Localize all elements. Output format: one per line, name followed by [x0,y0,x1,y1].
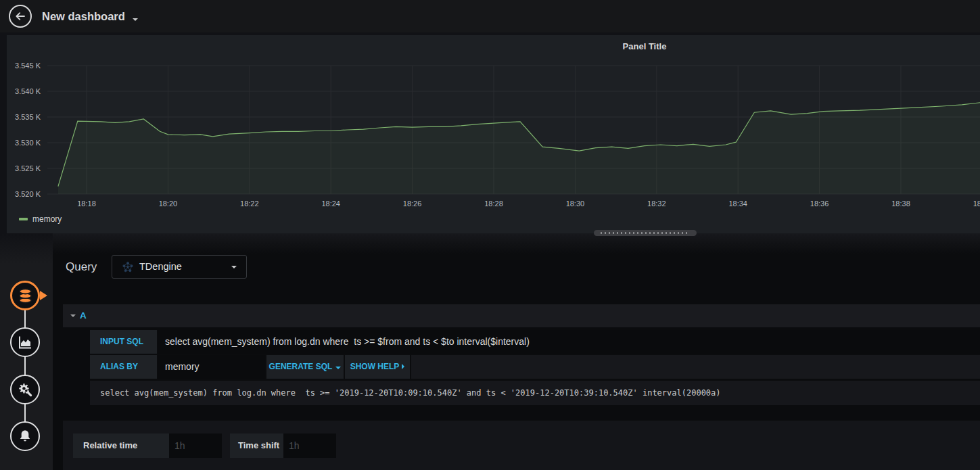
row-filler [411,355,980,379]
legend-item-memory[interactable]: memory [19,214,62,224]
alias-by-row: ALIAS BY memory GENERATE SQL SHOW HELP [90,355,980,379]
y-tick-label: 3.535 K [7,113,41,121]
chevron-right-icon [402,364,404,369]
resize-handle[interactable] [594,230,697,236]
generate-sql-button[interactable]: GENERATE SQL [266,355,344,379]
tab-visualization[interactable] [10,327,40,357]
time-series-chart[interactable] [47,61,980,199]
panel-edit-section: Query TDengine A INPUT SQL select avg(me… [0,233,980,470]
chevron-down-icon [231,266,237,268]
tdengine-logo-icon [122,261,134,273]
tab-connector-line [24,296,26,436]
tab-queries[interactable] [10,281,40,310]
query-ref-id: A [80,304,87,327]
x-tick-label: 18:40 [962,199,980,208]
legend-label: memory [32,214,62,224]
input-sql-label: INPUT SQL [90,330,157,354]
area-chart-icon [17,334,33,350]
generated-sql-row: select avg(mem_system) from log.dn where… [90,381,980,405]
tab-general[interactable] [10,375,40,404]
alias-by-field[interactable]: memory [158,355,265,379]
datasource-name: TDengine [139,256,182,278]
dashboard-canvas: Panel Title 18:1818:2018:2218:2418:2618:… [0,32,980,233]
active-tab-pointer [40,291,47,300]
x-tick-label: 18:22 [229,199,270,208]
gear-wrench-icon [17,381,34,398]
chevron-down-icon[interactable] [133,18,138,21]
x-tick-label: 18:38 [881,199,921,208]
x-axis: 18:1818:2018:2218:2418:2618:2818:3018:32… [7,199,980,210]
y-tick-label: 3.545 K [7,62,41,70]
x-tick-label: 18:26 [392,199,433,208]
graph-panel: Panel Title 18:1818:2018:2218:2418:2618:… [7,35,980,233]
query-options-panel: Relative time 1h Time shift 1h [63,421,980,470]
relative-time-label: Relative time [73,433,169,458]
resize-handle-dots [601,232,690,234]
y-tick-label: 3.540 K [7,87,41,95]
time-shift-input[interactable]: 1h [283,433,336,458]
datasource-picker[interactable]: TDengine [112,255,247,279]
back-button[interactable] [9,5,32,28]
y-tick-label: 3.520 K [7,190,41,198]
generated-sql-text: select avg(mem_system) from log.dn where… [90,381,980,405]
x-tick-label: 18:28 [473,199,514,208]
y-tick-label: 3.530 K [7,139,41,147]
arrow-left-icon [14,10,26,22]
top-navbar: New dashboard [0,0,980,32]
x-tick-label: 18:32 [636,199,677,208]
x-tick-label: 18:36 [799,199,840,208]
x-tick-label: 18:24 [310,199,351,208]
y-tick-label: 3.525 K [7,164,41,172]
x-tick-label: 18:18 [66,199,107,208]
collapse-caret-icon[interactable] [70,314,76,317]
relative-time-input[interactable]: 1h [169,433,222,458]
query-ref-row[interactable]: A [63,304,980,327]
legend-color-swatch [19,218,28,220]
tab-alert[interactable] [10,421,40,451]
panel-title[interactable]: Panel Title [623,41,667,51]
alias-by-label: ALIAS BY [90,355,157,379]
time-shift-label: Time shift [230,433,283,458]
database-icon [16,286,35,306]
dashboard-title[interactable]: New dashboard [42,0,125,32]
y-axis: 3.545 K3.540 K3.535 K3.530 K3.525 K3.520… [7,35,41,233]
input-sql-field[interactable]: select avg(mem_system) from log.dn where… [158,330,980,354]
query-section-label: Query [66,255,97,279]
x-tick-label: 18:30 [555,199,595,208]
x-tick-label: 18:20 [147,199,188,208]
bell-icon [17,428,33,444]
x-tick-label: 18:34 [718,199,758,208]
chevron-down-icon [335,367,341,369]
input-sql-row: INPUT SQL select avg(mem_system) from lo… [90,330,980,354]
show-help-button[interactable]: SHOW HELP [345,355,410,379]
